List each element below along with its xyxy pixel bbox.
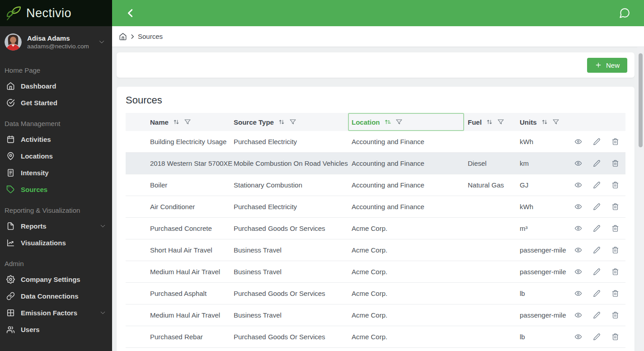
pencil-icon	[593, 290, 601, 297]
sidebar-item-emission-factors[interactable]: Emission Factors	[0, 304, 112, 321]
edit-button[interactable]	[593, 138, 601, 145]
view-button[interactable]	[574, 268, 582, 276]
cell-location: Acme Corp.	[348, 333, 464, 341]
sidebar-item-company-settings[interactable]: Company Settings	[0, 271, 112, 288]
table-row[interactable]: 2018 Western Star 5700XE Mobile Combusti…	[126, 153, 625, 174]
edit-button[interactable]	[593, 290, 601, 297]
table-row[interactable]: Purchased Asphalt Purchased Goods Or Ser…	[126, 283, 625, 304]
view-button[interactable]	[574, 246, 582, 254]
view-button[interactable]	[574, 311, 582, 319]
cell-units: m³	[516, 225, 567, 232]
cell-source-type: Purchased Goods Or Services	[234, 225, 348, 232]
column-header-fuel[interactable]: Fuel	[464, 113, 516, 131]
delete-button[interactable]	[611, 225, 619, 232]
home-icon[interactable]	[119, 33, 127, 41]
sidebar-item-users[interactable]: Users	[0, 321, 112, 338]
view-button[interactable]	[574, 181, 582, 189]
delete-button[interactable]	[611, 181, 619, 189]
trash-icon	[611, 159, 619, 167]
edit-button[interactable]	[593, 225, 601, 232]
trash-icon	[611, 311, 619, 319]
filter-icon[interactable]	[395, 118, 403, 126]
delete-button[interactable]	[611, 246, 619, 254]
sidebar-item-visualizations[interactable]: Visualizations	[0, 234, 112, 251]
column-header-source-type[interactable]: Source Type	[234, 113, 348, 131]
edit-button[interactable]	[593, 246, 601, 254]
cell-source-type: Stationary Combustion	[234, 181, 348, 189]
cell-units: lb	[516, 290, 567, 297]
edit-button[interactable]	[593, 159, 601, 167]
sidebar-item-intensity[interactable]: Intensity	[0, 164, 112, 181]
calendar-icon	[6, 135, 15, 144]
table-row[interactable]: Medium Haul Air Travel Business Travel A…	[126, 261, 625, 283]
eye-icon	[574, 268, 582, 276]
sidebar-item-reports[interactable]: Reports	[0, 218, 112, 234]
sidebar-item-sources[interactable]: Sources	[0, 181, 112, 198]
cell-source-type: Purchased Electricity	[234, 138, 348, 145]
filter-icon[interactable]	[289, 118, 296, 126]
delete-button[interactable]	[611, 311, 619, 319]
table-row[interactable]: Boiler Stationary Combustion Accounting …	[126, 174, 625, 196]
eye-icon	[574, 159, 582, 167]
user-menu[interactable]: Adisa Adams aadams@nectivio.com	[0, 26, 112, 58]
table-row[interactable]: Building Electricity Usage Purchased Ele…	[126, 131, 625, 153]
delete-button[interactable]	[611, 290, 619, 297]
main-area: Sources New Sources Name	[112, 0, 644, 351]
table-row[interactable]: Air Conditioner Purchased Electricity Ac…	[126, 196, 625, 218]
sidebar-item-locations[interactable]: Locations	[0, 148, 112, 164]
eye-icon	[574, 311, 582, 319]
column-header-units[interactable]: Units	[516, 113, 567, 131]
pencil-icon	[593, 203, 601, 211]
view-button[interactable]	[574, 225, 582, 232]
trash-icon	[611, 225, 619, 232]
table-row[interactable]: Purchased Concrete Purchased Goods Or Se…	[126, 218, 625, 239]
filter-icon[interactable]	[552, 118, 559, 126]
new-button[interactable]: New	[587, 58, 627, 73]
section-label-reporting: Reporting & Visualization	[0, 198, 112, 218]
delete-button[interactable]	[611, 159, 619, 167]
sidebar-item-data-connections[interactable]: Data Connections	[0, 288, 112, 304]
cell-location: Acme Corp.	[348, 225, 464, 232]
view-button[interactable]	[574, 159, 582, 167]
logo-bar: Nectivio	[0, 0, 112, 26]
table-row[interactable]: Medium Haul Air Travel Business Travel A…	[126, 304, 625, 326]
view-button[interactable]	[574, 203, 582, 211]
back-button[interactable]	[126, 8, 136, 18]
delete-button[interactable]	[611, 203, 619, 211]
table-row[interactable]: Purchased Rebar Purchased Goods Or Servi…	[126, 326, 625, 348]
edit-button[interactable]	[593, 333, 601, 341]
delete-button[interactable]	[611, 333, 619, 341]
filter-icon[interactable]	[184, 118, 191, 126]
chevron-down-icon	[98, 38, 106, 46]
cell-units: lb	[516, 333, 567, 341]
scrollbar-thumb[interactable]	[639, 53, 643, 147]
column-header-location[interactable]: Location	[348, 113, 464, 131]
chat-button[interactable]	[619, 7, 630, 19]
delete-button[interactable]	[611, 138, 619, 145]
filter-icon[interactable]	[497, 118, 504, 126]
edit-button[interactable]	[593, 181, 601, 189]
sort-icon	[541, 118, 548, 126]
leaf-icon	[5, 5, 22, 21]
cell-fuel: Diesel	[464, 159, 516, 167]
view-button[interactable]	[574, 290, 582, 297]
section-label-admin: Admin	[0, 251, 112, 271]
trash-icon	[611, 138, 619, 145]
edit-button[interactable]	[593, 311, 601, 319]
sidebar-item-activities[interactable]: Activities	[0, 131, 112, 148]
view-button[interactable]	[574, 138, 582, 145]
eye-icon	[574, 181, 582, 189]
sort-icon	[278, 118, 285, 126]
delete-button[interactable]	[611, 268, 619, 276]
edit-button[interactable]	[593, 268, 601, 276]
sidebar-item-dashboard[interactable]: Dashboard	[0, 78, 112, 94]
sidebar-item-get-started[interactable]: Get Started	[0, 94, 112, 111]
cell-units: passenger-mile	[516, 268, 567, 276]
cell-source-type: Purchased Goods Or Services	[234, 290, 348, 297]
column-header-name[interactable]: Name	[150, 113, 234, 131]
edit-button[interactable]	[593, 203, 601, 211]
users-icon	[6, 325, 15, 334]
cell-location: Accounting and Finance	[348, 181, 464, 189]
table-row[interactable]: Short Haul Air Travel Business Travel Ac…	[126, 239, 625, 261]
view-button[interactable]	[574, 333, 582, 341]
